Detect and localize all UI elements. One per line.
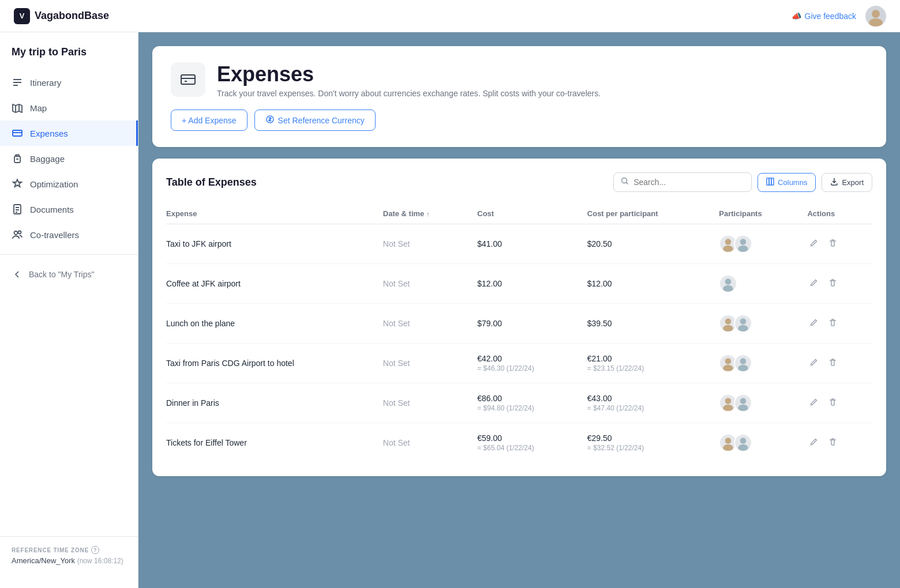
delete-button[interactable] bbox=[826, 316, 839, 331]
sidebar-back-label: Back to "My Trips" bbox=[29, 270, 94, 279]
col-expense: Expense bbox=[166, 203, 376, 224]
co-travellers-icon bbox=[12, 229, 23, 240]
set-reference-currency-button[interactable]: Set Reference Currency bbox=[254, 110, 376, 131]
svg-rect-2 bbox=[13, 130, 22, 136]
expense-cpp: €21.00 = $23.15 (1/22/24) bbox=[580, 344, 712, 383]
sidebar-label-baggage: Baggage bbox=[30, 154, 65, 164]
expense-participants bbox=[712, 383, 800, 423]
sidebar-item-optimization[interactable]: Optimization bbox=[0, 171, 138, 197]
expenses-table: Expense Date & time ↑ Cost Cost per part… bbox=[166, 203, 872, 462]
sidebar-label-itinerary: Itinerary bbox=[30, 78, 61, 88]
participant-avatar bbox=[734, 394, 752, 412]
expense-participants bbox=[712, 304, 800, 344]
sidebar-label-documents: Documents bbox=[30, 205, 74, 214]
sidebar-item-baggage[interactable]: Baggage bbox=[0, 146, 138, 171]
svg-point-21 bbox=[740, 318, 747, 325]
expense-date: Not Set bbox=[376, 423, 470, 463]
svg-point-24 bbox=[723, 365, 734, 372]
col-cost: Cost bbox=[470, 203, 580, 224]
user-avatar[interactable] bbox=[865, 6, 886, 27]
participant-avatar bbox=[734, 354, 752, 372]
edit-button[interactable] bbox=[807, 435, 820, 451]
delete-button[interactable] bbox=[826, 435, 839, 451]
sidebar-label-expenses: Expenses bbox=[30, 129, 68, 138]
sidebar: My trip to Paris Itinerary Map bbox=[0, 32, 138, 588]
export-icon bbox=[830, 178, 838, 187]
search-icon bbox=[621, 177, 629, 187]
expense-cost: €59.00 = $65.04 (1/22/24) bbox=[470, 423, 580, 463]
edit-button[interactable] bbox=[807, 236, 820, 252]
expense-cost: €42.00 = $46.30 (1/22/24) bbox=[470, 344, 580, 383]
expense-actions bbox=[800, 383, 872, 423]
svg-point-5 bbox=[14, 231, 18, 235]
sidebar-label-optimization: Optimization bbox=[30, 179, 78, 189]
sidebar-item-itinerary[interactable]: Itinerary bbox=[0, 70, 138, 95]
app-logo[interactable]: V VagabondBase bbox=[14, 8, 109, 24]
expense-name: Taxi from Paris CDG Airport to hotel bbox=[166, 344, 376, 383]
expense-date: Not Set bbox=[376, 383, 470, 423]
search-box[interactable] bbox=[613, 172, 752, 192]
svg-point-0 bbox=[872, 10, 880, 18]
expense-date: Not Set bbox=[376, 264, 470, 304]
app-name: VagabondBase bbox=[35, 10, 109, 22]
edit-button[interactable] bbox=[807, 276, 820, 292]
expense-name: Dinner in Paris bbox=[166, 383, 376, 423]
expense-name: Taxi to JFK airport bbox=[166, 224, 376, 264]
edit-button[interactable] bbox=[807, 356, 820, 371]
logo-icon: V bbox=[14, 8, 30, 24]
baggage-icon bbox=[12, 153, 23, 164]
svg-point-18 bbox=[723, 285, 734, 292]
expense-date: Not Set bbox=[376, 344, 470, 383]
back-arrow-icon bbox=[12, 269, 23, 280]
edit-button[interactable] bbox=[807, 316, 820, 331]
expense-actions bbox=[800, 344, 872, 383]
svg-point-23 bbox=[725, 358, 732, 364]
participant-avatar bbox=[734, 314, 752, 333]
col-date[interactable]: Date & time ↑ bbox=[376, 203, 470, 224]
add-expense-button[interactable]: + Add Expense bbox=[171, 110, 247, 131]
sidebar-item-back[interactable]: Back to "My Trips" bbox=[0, 262, 138, 287]
sidebar-item-co-travellers[interactable]: Co-travellers bbox=[0, 222, 138, 247]
svg-point-9 bbox=[622, 178, 627, 183]
sidebar-item-documents[interactable]: Documents bbox=[0, 197, 138, 222]
delete-button[interactable] bbox=[826, 276, 839, 292]
sidebar-item-expenses[interactable]: Expenses bbox=[0, 120, 138, 146]
table-toolbar: Table of Expenses bbox=[166, 172, 872, 192]
give-feedback-button[interactable]: 📣 Give feedback bbox=[792, 12, 857, 21]
currency-icon bbox=[265, 115, 275, 126]
delete-button[interactable] bbox=[826, 356, 839, 371]
expenses-icon-box bbox=[171, 62, 205, 97]
columns-button[interactable]: Columns bbox=[757, 173, 816, 192]
svg-point-1 bbox=[869, 18, 883, 27]
col-actions: Actions bbox=[800, 203, 872, 224]
svg-point-26 bbox=[738, 365, 749, 372]
table-row: Tickets for Eiffel Tower Not Set €59.00 … bbox=[166, 423, 872, 463]
expenses-table-card: Table of Expenses bbox=[152, 159, 886, 476]
svg-point-20 bbox=[723, 325, 734, 332]
table-row: Coffee at JFK airport Not Set $12.00 $12… bbox=[166, 264, 872, 304]
delete-button[interactable] bbox=[826, 395, 839, 411]
topnav-right: 📣 Give feedback bbox=[792, 6, 887, 27]
col-participants: Participants bbox=[712, 203, 800, 224]
sidebar-label-co-travellers: Co-travellers bbox=[30, 230, 79, 240]
expense-name: Tickets for Eiffel Tower bbox=[166, 423, 376, 463]
participant-avatar bbox=[734, 235, 752, 253]
info-icon[interactable]: ? bbox=[91, 546, 99, 554]
export-button[interactable]: Export bbox=[822, 173, 872, 192]
search-input[interactable] bbox=[633, 178, 744, 187]
expenses-subtitle: Track your travel expenses. Don't worry … bbox=[217, 89, 601, 98]
svg-point-17 bbox=[725, 278, 732, 285]
svg-point-30 bbox=[738, 405, 749, 412]
sidebar-item-map[interactable]: Map bbox=[0, 95, 138, 120]
edit-button[interactable] bbox=[807, 395, 820, 411]
documents-icon bbox=[12, 203, 23, 215]
svg-point-13 bbox=[725, 239, 732, 245]
table-toolbar-right: Columns Export bbox=[613, 172, 872, 192]
svg-point-31 bbox=[725, 438, 732, 444]
delete-button[interactable] bbox=[826, 236, 839, 252]
ref-timezone-label: REFERENCE TIME ZONE ? bbox=[12, 546, 126, 554]
svg-point-6 bbox=[18, 231, 21, 234]
svg-rect-12 bbox=[771, 178, 774, 185]
svg-point-22 bbox=[738, 325, 749, 332]
expense-name: Coffee at JFK airport bbox=[166, 264, 376, 304]
